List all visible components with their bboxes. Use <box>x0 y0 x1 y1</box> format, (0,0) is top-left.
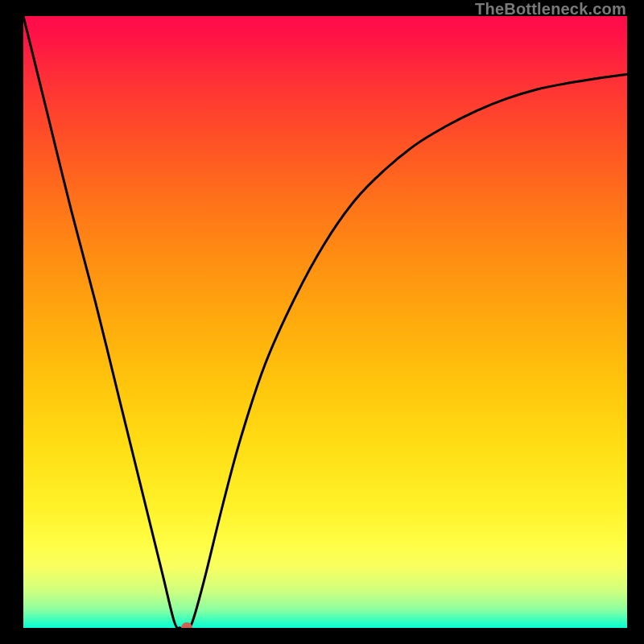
bottleneck-curve <box>23 16 627 628</box>
chart-frame: TheBottleneck.com <box>0 0 644 644</box>
curve-svg <box>23 16 627 628</box>
plot-area <box>23 16 627 628</box>
optimal-point-marker <box>181 622 192 628</box>
watermark-text: TheBottleneck.com <box>475 0 626 19</box>
